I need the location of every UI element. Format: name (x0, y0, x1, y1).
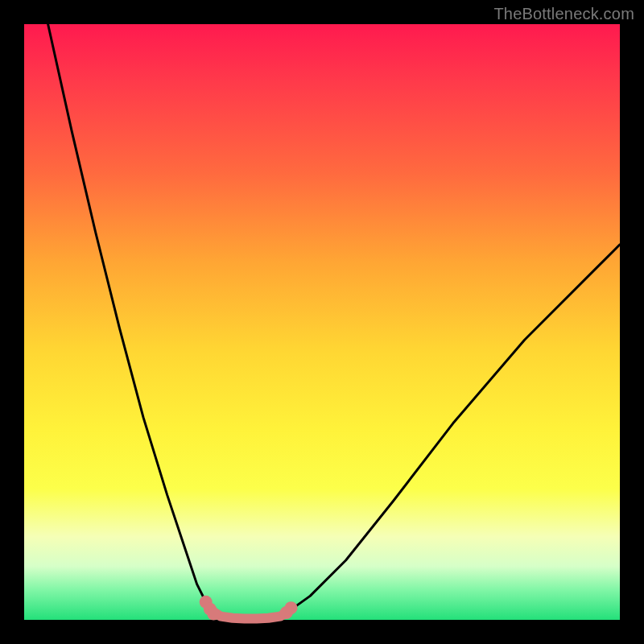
series-group (48, 24, 620, 619)
series-left-arm (48, 24, 213, 611)
curve-layer (24, 24, 620, 620)
marker-dot (207, 608, 220, 621)
series-right-arm (289, 245, 620, 611)
series-flat-bottom (212, 611, 289, 619)
watermark-label: TheBottleneck.com (493, 5, 634, 23)
plot-area (24, 24, 620, 620)
chart-frame: TheBottleneck.com (0, 0, 644, 644)
marker-dot (285, 601, 298, 614)
